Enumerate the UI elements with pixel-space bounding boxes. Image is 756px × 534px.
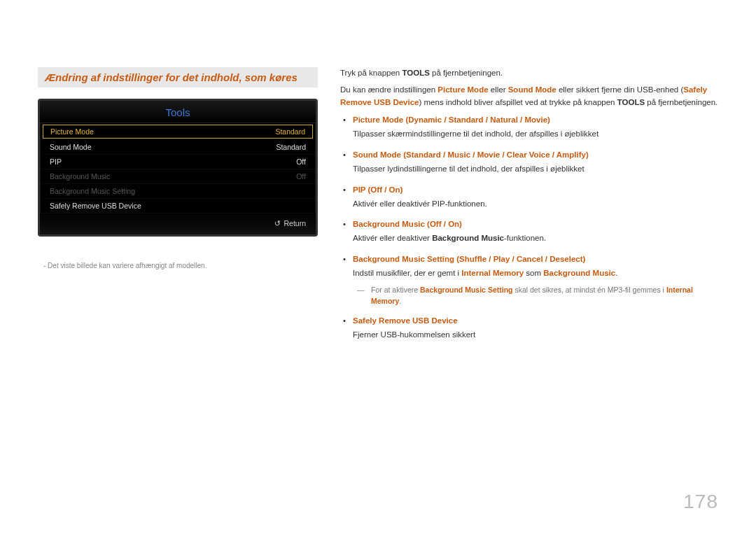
tools-row[interactable]: PIPOff [40,155,316,169]
option-desc: Tilpasser lydindstillingerne til det ind… [353,163,718,176]
return-label: Return [284,219,306,227]
option-item: Background Music Setting (Shuffle / Play… [340,253,718,307]
tools-row-label: Picture Mode [50,127,94,136]
tools-row[interactable]: Sound ModeStandard [40,140,316,155]
tools-row-value: Off [296,157,306,166]
return-icon: ↻ [274,219,281,227]
tools-row-label: Background Music [50,172,110,181]
description-column: Tryk på knappen TOOLS på fjernbetjeninge… [340,67,718,350]
tools-row-label: Safely Remove USB Device [50,202,141,210]
option-head: Sound Mode (Standard / Music / Movie / C… [353,149,718,162]
tools-row-label: PIP [50,157,62,166]
option-item: Sound Mode (Standard / Music / Movie / C… [340,149,718,176]
intro-line-1: Tryk på knappen TOOLS på fjernbetjeninge… [340,67,718,80]
tools-row[interactable]: Picture ModeStandard [43,125,313,139]
intro-line-2: Du kan ændre indstillingen Picture Mode … [340,84,718,109]
section-heading: Ændring af indstillinger for det indhold… [38,67,318,87]
tools-row-label: Background Music Setting [50,187,135,195]
option-desc: Tilpasser skærmindstillingerne til det i… [353,128,718,141]
option-head: Background Music (Off / On) [353,218,718,231]
option-item: Picture Mode (Dynamic / Standard / Natur… [340,114,718,141]
option-desc: Indstil musikfiler, der er gemt i Intern… [353,267,718,280]
image-disclaimer: Det viste billede kan variere afhængigt … [38,262,318,269]
option-desc: Fjerner USB-hukommelsen sikkert [353,329,718,342]
tools-row[interactable]: Background MusicOff [40,169,316,184]
option-desc: Aktivér eller deaktiver Background Music… [353,232,718,245]
option-head: Picture Mode (Dynamic / Standard / Natur… [353,114,718,127]
tools-panel-body: Picture ModeStandardSound ModeStandardPI… [40,125,316,213]
option-subnote: For at aktivere Background Music Setting… [353,284,718,307]
page-number: 178 [683,491,718,513]
options-list: Picture Mode (Dynamic / Standard / Natur… [340,114,718,341]
option-item: Safely Remove USB DeviceFjerner USB-huko… [340,315,718,342]
option-desc: Aktivér eller deaktivér PIP-funktionen. [353,198,718,211]
option-head: PIP (Off / On) [353,184,718,197]
tools-row-value: Off [296,172,306,181]
tools-panel: Tools Picture ModeStandardSound ModeStan… [38,99,318,237]
tools-row-label: Sound Mode [50,143,92,151]
option-head: Background Music Setting (Shuffle / Play… [353,253,718,266]
tools-row[interactable]: Safely Remove USB Device [40,199,316,213]
tools-row[interactable]: Background Music Setting [40,184,316,199]
tools-panel-footer: ↻Return [40,213,316,234]
option-item: PIP (Off / On)Aktivér eller deaktivér PI… [340,184,718,211]
tools-panel-title: Tools [40,101,316,123]
tools-row-value: Standard [275,127,305,136]
option-head: Safely Remove USB Device [353,315,718,328]
option-item: Background Music (Off / On)Aktivér eller… [340,218,718,245]
tools-row-value: Standard [276,143,306,151]
